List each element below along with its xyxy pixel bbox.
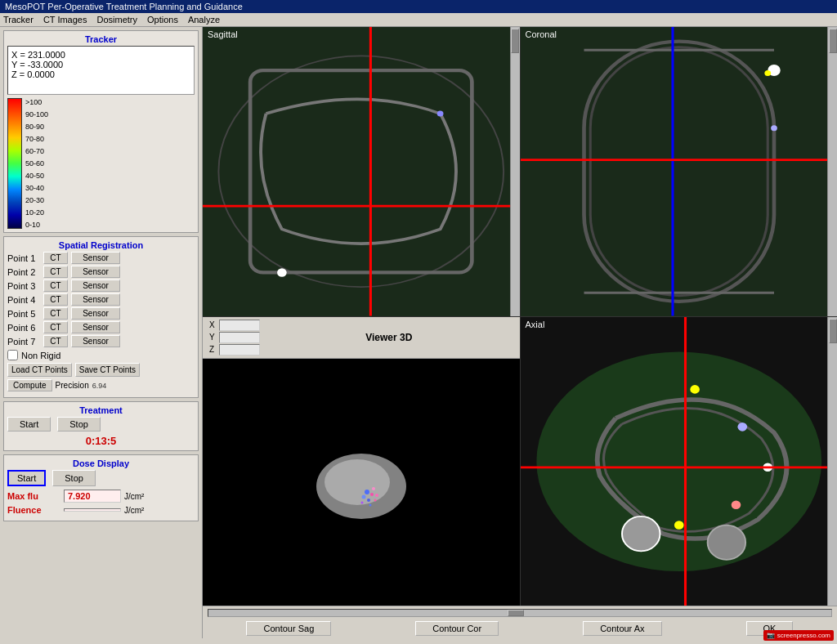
point2-ct-button[interactable]: CT [43, 266, 68, 278]
tracker-title: Tracker [7, 34, 195, 44]
coronal-label: Coronal [526, 29, 557, 39]
sagittal-scrollbar-v[interactable] [510, 27, 520, 316]
dose-stop-button[interactable]: Stop [52, 470, 96, 486]
max-flu-value: 7.920 [64, 490, 121, 503]
sagittal-label: Sagittal [208, 29, 238, 39]
svg-point-22 [372, 487, 375, 490]
max-flu-label: Max flu [7, 491, 60, 501]
svg-rect-9 [590, 47, 768, 296]
treatment-stop-button[interactable]: Stop [57, 417, 101, 432]
main-layout: Tracker X = 231.0000 Y = -33.0000 Z = 0.… [0, 27, 837, 638]
menu-tracker[interactable]: Tracker [3, 15, 34, 25]
coronal-scrollbar-thumb[interactable] [829, 29, 837, 53]
point6-sensor-button[interactable]: Sensor [71, 321, 120, 333]
point-row-5: Point 5 CT Sensor [7, 307, 195, 320]
svg-point-36 [707, 525, 745, 559]
contour-sag-button[interactable]: Contour Sag [246, 621, 331, 636]
svg-point-15 [764, 70, 771, 76]
z-row: Z [209, 344, 260, 356]
axial-scrollbar-v[interactable] [827, 317, 837, 606]
fluence-unit: J/cm² [124, 506, 144, 515]
sagittal-scrollbar-thumb[interactable] [511, 29, 519, 53]
app-title: MesoPOT Per-Operative Treatment Planning… [5, 2, 243, 11]
svg-rect-2 [250, 70, 472, 272]
viewer3d-content[interactable] [203, 359, 520, 606]
svg-point-26 [369, 503, 371, 506]
point1-ct-button[interactable]: CT [43, 252, 68, 264]
point7-sensor-button[interactable]: Sensor [71, 335, 120, 347]
menu-dosimetry[interactable]: Dosimetry [96, 15, 137, 25]
non-rigid-label: Non Rigid [21, 351, 60, 360]
svg-rect-0 [203, 27, 520, 316]
menu-bar: Tracker CT Images Dosimetry Options Anal… [0, 13, 837, 27]
axial-crosshair [521, 317, 838, 606]
fluence-value [64, 508, 121, 512]
x-input[interactable] [219, 320, 260, 331]
viewer-3d[interactable]: X Y Z Viewer 3D [203, 317, 520, 606]
horizontal-scrollbar-thumb[interactable] [508, 610, 524, 616]
svg-point-30 [690, 385, 700, 394]
watermark-icon: 📷 [767, 632, 775, 639]
menu-ct-images[interactable]: CT Images [43, 15, 87, 25]
svg-point-16 [771, 125, 777, 131]
point1-sensor-button[interactable]: Sensor [71, 252, 120, 264]
precision-value: 6.94 [92, 382, 107, 390]
x-row: X [209, 320, 260, 331]
axial-viewer[interactable]: Axial [521, 317, 838, 606]
treatment-title: Treatment [7, 405, 195, 415]
point-row-7: Point 7 CT Sensor [7, 335, 195, 347]
coronal-viewer[interactable]: Coronal [521, 27, 838, 316]
contour-cor-button[interactable]: Contour Cor [415, 621, 499, 636]
point7-ct-button[interactable]: CT [43, 335, 68, 347]
point-row-1: Point 1 CT Sensor [7, 252, 195, 264]
svg-point-20 [370, 493, 374, 496]
point3-sensor-button[interactable]: Sensor [71, 280, 120, 292]
y-row: Y [209, 332, 260, 343]
colormap-bar [7, 98, 22, 229]
menu-options[interactable]: Options [147, 15, 178, 25]
point5-ct-button[interactable]: CT [43, 307, 68, 320]
coronal-crosshair [521, 27, 838, 316]
sagittal-viewer[interactable]: Sagittal [203, 27, 520, 316]
axial-scrollbar-thumb[interactable] [829, 319, 837, 343]
compute-button[interactable]: Compute [7, 379, 52, 391]
y-input[interactable] [219, 332, 260, 343]
point2-sensor-button[interactable]: Sensor [71, 266, 120, 278]
y-label: Y [209, 333, 217, 342]
z-label: Z [209, 345, 217, 354]
timer-display: 0:13:5 [7, 435, 195, 447]
svg-point-21 [361, 494, 365, 499]
coord-y: Y = -33.0000 [11, 60, 190, 69]
load-ct-button[interactable]: Load CT Points [7, 363, 72, 377]
viewer3d-title: Viewer 3D [265, 332, 513, 343]
max-flu-unit: J/cm² [124, 492, 144, 501]
svg-point-35 [622, 516, 660, 550]
horizontal-scrollbar[interactable] [208, 609, 832, 617]
coronal-scrollbar-v[interactable] [827, 27, 837, 316]
point6-ct-button[interactable]: CT [43, 321, 68, 333]
svg-point-5 [277, 268, 287, 277]
left-panel: Tracker X = 231.0000 Y = -33.0000 Z = 0.… [0, 27, 203, 638]
bottom-buttons: Contour Sag Contour Cor Contour Ax OK [208, 621, 832, 636]
svg-point-23 [367, 499, 370, 502]
z-input[interactable] [219, 344, 260, 356]
coord-z: Z = 0.0000 [11, 69, 190, 79]
non-rigid-checkbox[interactable] [7, 350, 18, 360]
spatial-title: Spatial Registration [7, 240, 195, 250]
viewers-grid: Sagittal [203, 27, 837, 606]
dose-start-button[interactable]: Start [7, 470, 46, 486]
point4-ct-button[interactable]: CT [43, 293, 68, 306]
treatment-start-button[interactable]: Start [7, 417, 51, 432]
svg-point-32 [763, 463, 772, 472]
point5-sensor-button[interactable]: Sensor [71, 307, 120, 320]
point4-sensor-button[interactable]: Sensor [71, 293, 120, 306]
save-ct-button[interactable]: Save CT Points [75, 363, 140, 377]
menu-analyze[interactable]: Analyze [188, 15, 220, 25]
contour-ax-button[interactable]: Contour Ax [583, 621, 661, 636]
treatment-section: Treatment Start Stop 0:13:5 [3, 401, 199, 451]
svg-point-25 [375, 494, 378, 497]
point3-ct-button[interactable]: CT [43, 280, 68, 292]
svg-point-33 [731, 500, 741, 509]
svg-point-19 [365, 490, 369, 494]
fluence-label: Fluence [7, 505, 60, 515]
